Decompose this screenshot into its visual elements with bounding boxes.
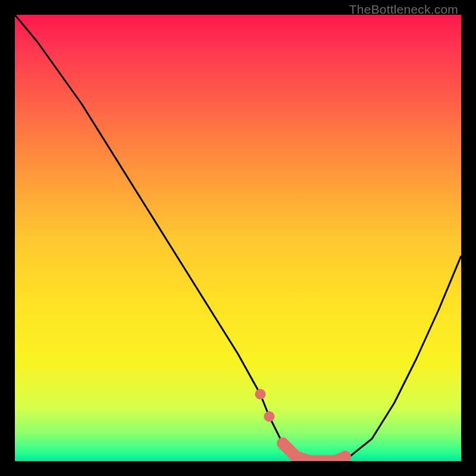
chart-frame: TheBottleneck.com <box>0 0 476 476</box>
plot-area <box>15 15 461 461</box>
highlight-dot <box>255 389 266 400</box>
highlight-dot <box>264 411 275 422</box>
bottleneck-curve <box>15 15 461 461</box>
optimal-range-highlight <box>283 443 345 461</box>
curve-svg <box>15 15 461 461</box>
